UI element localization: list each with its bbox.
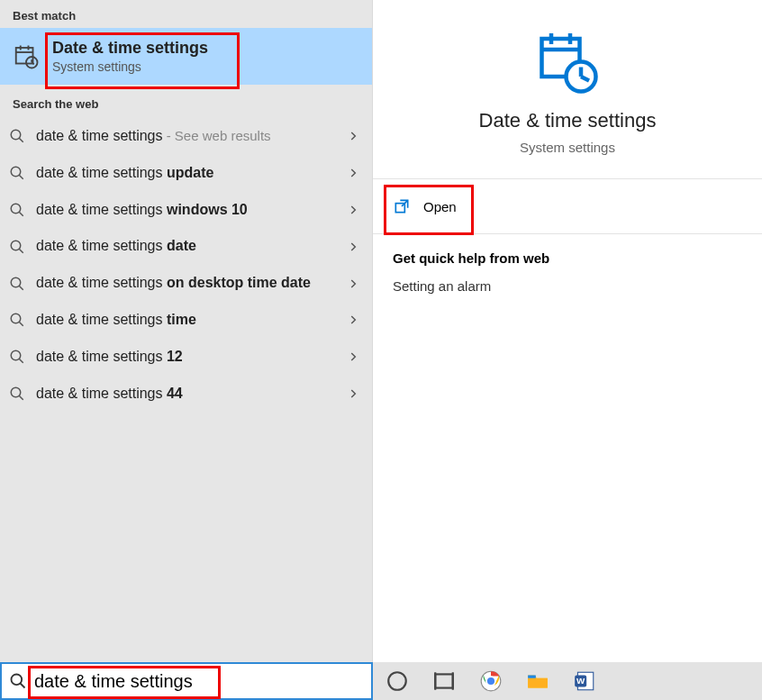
web-result-item[interactable]: date & time settings update [0, 155, 372, 192]
word-icon[interactable]: W [573, 669, 596, 693]
svg-point-7 [11, 131, 21, 141]
taskbar-search[interactable] [0, 662, 373, 700]
svg-point-17 [11, 314, 21, 324]
svg-rect-42 [528, 676, 536, 678]
web-result-text: date & time settings update [36, 164, 336, 183]
svg-line-16 [19, 286, 23, 290]
open-label: Open [423, 199, 457, 214]
web-result-text: date & time settings - See web results [36, 127, 336, 146]
svg-line-10 [19, 175, 23, 179]
svg-point-19 [11, 350, 21, 360]
search-input[interactable] [34, 671, 304, 692]
svg-line-14 [19, 249, 23, 253]
svg-point-11 [11, 204, 21, 214]
taskbar: W [0, 662, 762, 700]
web-result-item[interactable]: date & time settings 12 [0, 339, 372, 376]
svg-line-22 [19, 395, 23, 400]
svg-text:W: W [576, 676, 585, 686]
best-match-title: Date & time settings [52, 39, 208, 58]
svg-point-15 [11, 277, 21, 287]
svg-point-21 [11, 387, 21, 397]
web-result-item[interactable]: date & time settings on desktop time dat… [0, 265, 372, 302]
web-result-text: date & time settings 12 [36, 348, 336, 367]
svg-line-33 [21, 684, 25, 688]
calendar-clock-icon [13, 43, 40, 70]
svg-line-20 [19, 359, 23, 363]
cortana-icon[interactable] [386, 669, 409, 693]
best-match-header: Best match [0, 0, 372, 28]
svg-line-18 [19, 323, 23, 327]
web-result-text: date & time settings 44 [36, 385, 336, 404]
search-results-panel: Best match Date & time settings System s… [0, 0, 373, 662]
quick-help-link[interactable]: Setting an alarm [393, 278, 742, 294]
web-result-text: date & time settings on desktop time dat… [36, 274, 336, 293]
web-result-item[interactable]: date & time settings date [0, 228, 372, 265]
best-match-item[interactable]: Date & time settings System settings [0, 28, 372, 85]
file-explorer-icon[interactable] [526, 669, 549, 693]
best-match-subtitle: System settings [52, 59, 208, 74]
svg-rect-35 [435, 674, 453, 687]
chrome-icon[interactable] [479, 669, 503, 693]
web-result-item[interactable]: date & time settings 44 [0, 376, 372, 413]
svg-line-12 [19, 212, 23, 216]
svg-rect-41 [528, 678, 548, 688]
calendar-clock-icon [535, 31, 600, 95]
search-web-header: Search the web [0, 85, 372, 116]
preview-panel: Date & time settings System settings Ope… [373, 0, 762, 662]
task-view-icon[interactable] [432, 669, 456, 693]
preview-title: Date & time settings [391, 109, 744, 132]
svg-point-40 [486, 677, 495, 686]
svg-point-32 [12, 675, 23, 686]
web-result-item[interactable]: date & time settings windows 10 [0, 192, 372, 229]
svg-line-8 [19, 139, 23, 143]
open-icon [393, 197, 411, 215]
svg-point-13 [11, 241, 21, 250]
svg-point-9 [11, 167, 21, 177]
search-icon [9, 672, 27, 690]
quick-help-header: Get quick help from web [393, 250, 742, 266]
svg-point-34 [388, 672, 406, 690]
web-result-text: date & time settings time [36, 311, 336, 330]
preview-subtitle: System settings [391, 140, 744, 155]
web-result-text: date & time settings date [36, 237, 336, 256]
svg-rect-0 [16, 48, 33, 64]
web-result-item[interactable]: date & time settings time [0, 302, 372, 339]
open-button[interactable]: Open [373, 179, 762, 234]
web-result-text: date & time settings windows 10 [36, 201, 336, 220]
web-result-item[interactable]: date & time settings - See web results [0, 118, 372, 155]
web-results-list: date & time settings - See web resultsda… [0, 116, 372, 412]
